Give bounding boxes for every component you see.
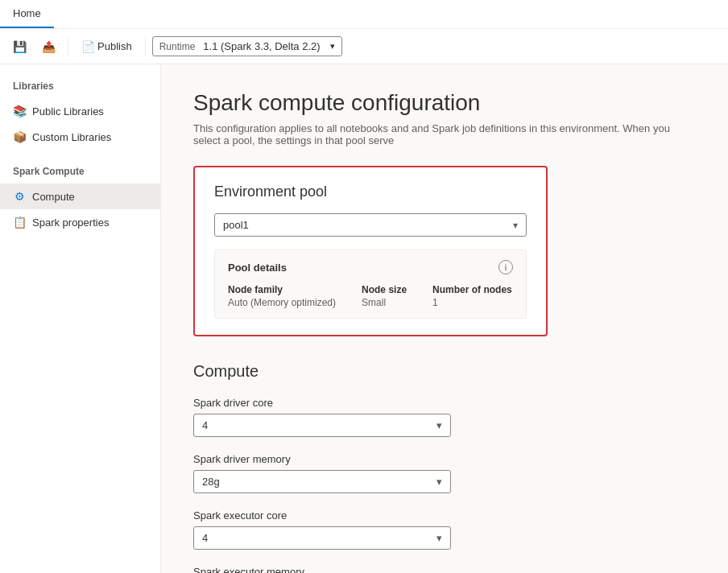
sidebar-item-public-libraries[interactable]: 📚 Public Libraries	[0, 98, 160, 124]
content-area: Spark compute configuration This configu…	[161, 64, 728, 573]
pool-dropdown[interactable]: pool1 ▾	[214, 213, 527, 237]
node-family-col: Node family Auto (Memory optimized)	[228, 284, 336, 308]
node-size-label: Node size	[362, 284, 407, 295]
save-button[interactable]: 💾	[6, 37, 32, 56]
num-nodes-col: Number of nodes 1	[432, 284, 512, 308]
pool-details-grid: Node family Auto (Memory optimized) Node…	[228, 284, 513, 308]
driver-core-label: Spark driver core	[193, 397, 696, 409]
toolbar-separator	[68, 37, 68, 56]
export-icon: 📤	[42, 40, 55, 53]
driver-core-dropdown-arrow: ▾	[436, 419, 442, 431]
node-size-col: Node size Small	[362, 284, 407, 308]
compute-section-title: Compute	[193, 362, 696, 381]
executor-memory-label: Spark executor memory	[193, 566, 696, 573]
driver-memory-dropdown[interactable]: 28g ▾	[193, 470, 451, 493]
node-family-value: Auto (Memory optimized)	[228, 297, 336, 308]
executor-core-label: Spark executor core	[193, 509, 696, 521]
export-button[interactable]: 📤	[35, 37, 61, 56]
pool-details-header: Pool details i	[228, 260, 513, 274]
pool-details-title: Pool details	[228, 262, 287, 274]
num-nodes-value: 1	[432, 297, 512, 308]
pool-dropdown-arrow: ▾	[513, 220, 518, 231]
driver-core-dropdown[interactable]: 4 ▾	[193, 414, 451, 437]
driver-memory-group: Spark driver memory 28g ▾	[193, 453, 696, 493]
sidebar-item-compute[interactable]: ⚙ Compute	[0, 183, 160, 209]
main-layout: Libraries 📚 Public Libraries 📦 Custom Li…	[0, 64, 728, 573]
env-pool-title: Environment pool	[214, 183, 527, 200]
tab-home[interactable]: Home	[0, 0, 54, 28]
save-icon: 💾	[13, 40, 26, 53]
sidebar-item-spark-properties[interactable]: 📋 Spark properties	[0, 209, 160, 235]
driver-memory-label: Spark driver memory	[193, 453, 696, 465]
compute-icon: ⚙	[13, 190, 26, 203]
public-libraries-icon: 📚	[13, 105, 26, 117]
sidebar-item-custom-libraries[interactable]: 📦 Custom Libraries	[0, 124, 160, 150]
driver-memory-dropdown-arrow: ▾	[436, 476, 442, 488]
page-description: This configuration applies to all notebo…	[193, 122, 696, 146]
tab-bar: Home	[0, 0, 728, 29]
spark-compute-section-title: Spark Compute	[0, 163, 160, 183]
node-family-label: Node family	[228, 284, 336, 295]
executor-memory-group: Spark executor memory 28g ▾	[193, 566, 696, 573]
publish-button[interactable]: 📄 Publish	[75, 37, 139, 56]
publish-icon: 📄	[81, 40, 94, 53]
custom-libraries-icon: 📦	[13, 130, 26, 143]
spark-properties-icon: 📋	[13, 216, 26, 229]
executor-core-dropdown[interactable]: 4 ▾	[193, 526, 451, 550]
num-nodes-label: Number of nodes	[432, 284, 512, 295]
pool-details: Pool details i Node family Auto (Memory …	[214, 249, 527, 319]
node-size-value: Small	[362, 297, 407, 308]
executor-core-group: Spark executor core 4 ▾	[193, 509, 696, 550]
page-title: Spark compute configuration	[193, 90, 696, 116]
driver-core-group: Spark driver core 4 ▾	[193, 397, 696, 437]
info-icon[interactable]: i	[498, 260, 513, 274]
sidebar: Libraries 📚 Public Libraries 📦 Custom Li…	[0, 64, 161, 573]
libraries-section-title: Libraries	[0, 77, 160, 98]
runtime-dropdown[interactable]: Runtime 1.1 (Spark 3.3, Delta 2.2) ▾	[152, 36, 342, 56]
toolbar-separator-2	[145, 37, 146, 56]
toolbar: 💾 📤 📄 Publish Runtime 1.1 (Spark 3.3, De…	[0, 29, 728, 64]
executor-core-dropdown-arrow: ▾	[436, 532, 442, 544]
environment-pool-box: Environment pool pool1 ▾ Pool details i …	[193, 166, 548, 336]
